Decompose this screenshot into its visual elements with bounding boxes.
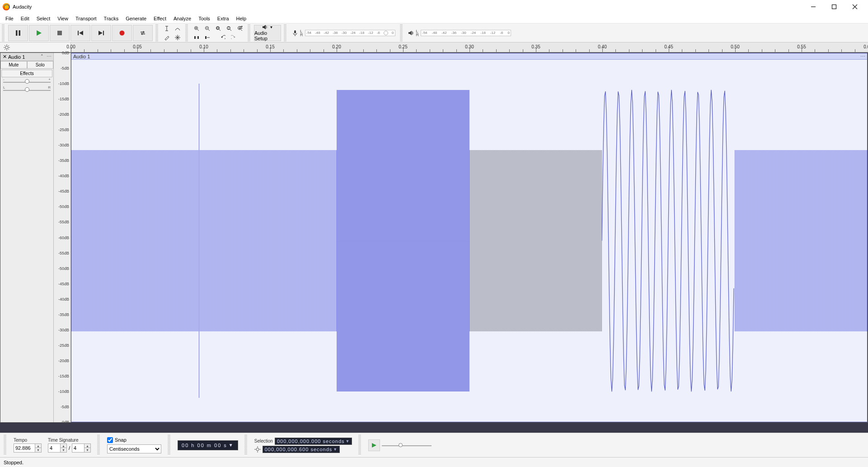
toolbar-grip[interactable] [97,435,100,455]
gain-slider[interactable]: - + [3,78,51,85]
menu-help[interactable]: Help [233,14,250,23]
record-meter-track[interactable]: -54-48-42-36-30-24-18-12-60 [305,30,395,36]
zoom-toggle-button[interactable]: ⇄ [235,24,245,33]
zoom-out-button[interactable] [202,24,212,33]
timeline-ruler[interactable]: 0.000.050.100.150.200.250.300.350.400.45… [71,42,868,52]
fit-project-button[interactable] [224,24,234,33]
menu-bar: File Edit Select View Transport Tracks G… [0,14,868,24]
tools-toolbar [161,24,183,41]
tempo-input[interactable]: ▲▼ [14,443,42,453]
mute-button[interactable]: Mute [0,61,27,69]
loop-button[interactable] [133,25,153,41]
redo-button[interactable] [229,33,239,42]
audio-setup-label: Audio Setup [254,30,281,41]
toolbar-grip[interactable] [244,435,247,455]
menu-effect[interactable]: Effect [150,14,170,23]
toolbar-grip[interactable] [168,435,170,455]
svg-rect-8 [78,31,79,35]
timopen-settings[interactable] [0,42,71,52]
clip-header[interactable]: Audio 1 ⋯ [71,53,867,60]
svg-point-12 [120,30,125,35]
track-name[interactable]: Audio 1 [8,54,38,60]
menu-tools[interactable]: Tools [195,14,214,23]
skip-start-button[interactable] [70,25,90,41]
svg-rect-39 [205,36,206,39]
playback-speed-slider[interactable] [382,442,432,448]
toolbar-grip[interactable] [358,435,361,455]
trim-button[interactable] [192,33,202,42]
lr-label: L R [300,29,303,37]
track-menu-button[interactable]: ⋯ [46,54,52,60]
menu-transport[interactable]: Transport [72,14,100,23]
ts-numer-input[interactable]: ▲▼ [48,443,67,453]
svg-marker-6 [37,30,42,36]
pause-button[interactable] [8,25,28,41]
record-button[interactable] [112,25,132,41]
svg-marker-41 [221,36,223,38]
draw-tool[interactable] [162,33,172,42]
solo-button[interactable]: Solo [27,61,54,69]
toolbar-grip[interactable] [400,24,403,41]
menu-edit[interactable]: Edit [17,14,33,23]
spin-down-icon[interactable]: ▼ [35,448,41,452]
menu-analyze[interactable]: Analyze [170,14,195,23]
track-collapse-button[interactable]: ˄ [39,54,45,60]
svg-line-52 [8,49,9,50]
menu-select[interactable]: Select [33,14,54,23]
maximize-button[interactable] [824,0,845,14]
menu-extra[interactable]: Extra [214,14,233,23]
svg-line-25 [208,29,210,31]
snap-select[interactable]: Centiseconds [107,444,161,453]
playback-meter[interactable]: L R -54-48-42-36-30-24-18-12-60 [405,24,514,41]
close-button[interactable] [845,0,865,14]
silence-button[interactable] [202,33,212,42]
waveform-canvas[interactable] [71,60,867,422]
toolbar-grip[interactable] [248,24,250,41]
track-close-button[interactable]: ✕ [2,54,7,60]
horizontal-scrollbar[interactable] [0,423,868,433]
fit-selection-button[interactable] [213,24,223,33]
menu-file[interactable]: File [2,14,17,23]
transport-toolbar [7,24,154,41]
multi-tool[interactable] [173,33,183,42]
spin-up-icon[interactable]: ▲ [35,444,41,448]
minimize-button[interactable] [803,0,824,14]
toolbar-grip[interactable] [284,24,286,41]
menu-generate[interactable]: Generate [122,14,150,23]
status-text: Stopped. [4,460,23,465]
record-meter[interactable]: L R -54-48-42-36-30-24-18-12-60 [289,24,398,41]
toolbar-grip[interactable] [155,24,158,41]
effects-button[interactable]: Effects [1,70,52,77]
toolbar-grip[interactable] [4,435,6,455]
toolbar-grip[interactable] [2,24,5,41]
envelope-tool[interactable] [173,24,183,33]
gear-icon[interactable] [254,446,261,453]
selection-tool[interactable] [162,24,172,33]
dropdown-icon[interactable]: ▼ [229,443,234,448]
stop-button[interactable] [50,25,70,41]
waveform-clip[interactable]: Audio 1 ⋯ [71,53,868,422]
time-counter[interactable]: 00 h 00 m 00 s▼ [178,440,238,450]
selection-end[interactable]: 000,000,000.600 seconds▼ [263,446,340,453]
menu-tracks[interactable]: Tracks [100,14,122,23]
undo-button[interactable] [218,33,228,42]
playback-meter-track[interactable]: -54-48-42-36-30-24-18-12-60 [421,30,511,36]
pan-slider[interactable]: L R [3,86,51,94]
ts-denom-input[interactable]: ▲▼ [72,443,91,453]
skip-end-button[interactable] [91,25,111,41]
menu-view[interactable]: View [54,14,72,23]
clip-menu-button[interactable]: ⋯ [860,53,865,60]
play-button[interactable] [29,25,49,41]
toolbar-grip[interactable] [185,24,188,41]
svg-line-51 [5,45,5,46]
svg-rect-1 [832,5,836,9]
svg-rect-4 [16,30,18,36]
play-at-speed-button[interactable] [368,439,380,451]
zoom-in-button[interactable] [192,24,202,33]
tempo-label: Tempo [14,438,42,443]
selection-start[interactable]: 000,000,000.000 seconds▼ [275,438,352,445]
audio-setup-button[interactable]: ▼ Audio Setup [254,25,281,41]
db-ruler[interactable]: 0dB-5dB-10dB-15dB-20dB-25dB-30dB-35dB-40… [54,53,71,422]
gear-icon [4,44,10,51]
snap-checkbox[interactable] [107,437,113,443]
